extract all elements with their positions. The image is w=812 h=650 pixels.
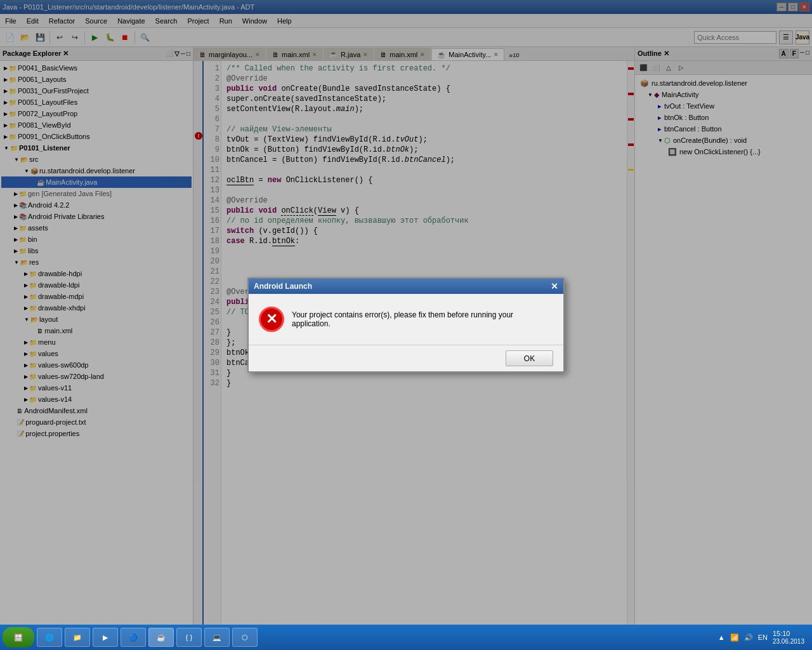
clock: 15:10 23.06.2013	[773, 630, 804, 645]
dialog-title-bar: Android Launch ✕	[249, 279, 563, 294]
dialog-error-icon: ✕	[259, 307, 284, 332]
dialog-title-text: Android Launch	[254, 282, 312, 291]
taskbar-app-java[interactable]: ☕	[148, 628, 174, 647]
taskbar-right: ▲ 📶 🔊 EN 15:10 23.06.2013	[718, 630, 809, 645]
taskbar: 🪟 🌐 📁 ▶ 🔵 ☕ { } 💻 ⬡ ▲ 📶 🔊 EN 15:10 23.06…	[0, 625, 812, 650]
start-button[interactable]: 🪟	[3, 627, 34, 647]
taskbar-app-android[interactable]: ⬡	[232, 628, 258, 647]
dialog-ok-button[interactable]: OK	[506, 350, 553, 366]
dialog-body: ✕ Your project contains error(s), please…	[249, 294, 563, 345]
network-icon: 📶	[730, 633, 739, 642]
taskbar-app-chrome[interactable]: 🔵	[121, 628, 146, 647]
taskbar-app-terminal[interactable]: 💻	[204, 628, 230, 647]
volume-icon: 🔊	[744, 633, 753, 642]
lang-indicator: EN	[758, 633, 768, 641]
android-launch-dialog: Android Launch ✕ ✕ Your project contains…	[247, 277, 565, 373]
taskbar-app-ie[interactable]: 🌐	[37, 628, 62, 647]
dialog-footer: OK	[249, 345, 563, 371]
dialog-overlay: Android Launch ✕ ✕ Your project contains…	[0, 0, 812, 650]
dialog-message-text: Your project contains error(s), please f…	[292, 310, 553, 328]
taskbar-app-media[interactable]: ▶	[93, 628, 118, 647]
taskbar-app-brackets[interactable]: { }	[176, 628, 202, 647]
taskbar-app-explorer[interactable]: 📁	[65, 628, 90, 647]
system-tray: ▲	[718, 633, 725, 641]
dialog-close-button[interactable]: ✕	[551, 281, 558, 291]
